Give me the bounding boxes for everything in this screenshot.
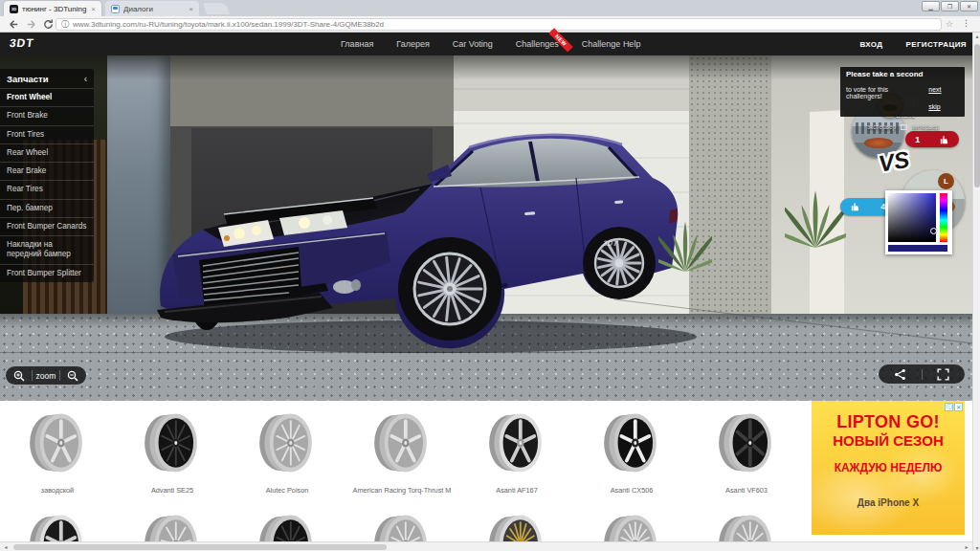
bookmark-star-icon[interactable]: ☆ bbox=[946, 19, 953, 29]
wheel-thumbnail-black-10spoke bbox=[251, 508, 323, 541]
nav-item-item-0[interactable]: Главная bbox=[341, 39, 373, 49]
sidebar-item-rear-brake[interactable]: Rear Brake bbox=[0, 162, 94, 180]
scroll-left-arrow[interactable]: ◂ bbox=[0, 543, 11, 551]
scroll-up-arrow[interactable]: ▴ bbox=[973, 33, 980, 39]
challenge-next-link[interactable]: next bbox=[928, 86, 941, 93]
zoom-out-button[interactable] bbox=[60, 366, 86, 385]
color-layer-badge[interactable]: L bbox=[938, 173, 954, 189]
wheel-option-alutec-poison[interactable]: Alutec Poison bbox=[230, 407, 345, 495]
browser-toolbar: ⓘ www.3dtuning.com/ru-RU/tuning/toyota/m… bbox=[0, 16, 980, 33]
vertical-scrollbar[interactable]: ▴ ▾ bbox=[972, 33, 980, 551]
wheel-thumbnail-silver-10spoke bbox=[251, 407, 323, 483]
browser-tab-bar: 3D тюнинг - 3DTuning × Диалоги × ▁ ❐ ✕ bbox=[0, 0, 980, 16]
window-minimize-button[interactable]: ▁ bbox=[922, 1, 940, 11]
nav-item-car-voting[interactable]: Car Voting bbox=[453, 39, 493, 49]
wheel-option-asanti-af167[interactable]: Asanti AF167 bbox=[459, 407, 574, 495]
zoom-in-icon bbox=[13, 370, 25, 382]
browser-window: 3D тюнинг - 3DTuning × Диалоги × ▁ ❐ ✕ ⓘ bbox=[0, 0, 980, 551]
view-link-item-1[interactable]: интерьер bbox=[912, 123, 939, 130]
forward-icon[interactable] bbox=[25, 18, 37, 31]
scroll-right-arrow[interactable]: ▸ bbox=[961, 543, 972, 551]
wheel-option-asanti-vf603[interactable]: Asanti VF603 bbox=[689, 407, 804, 495]
fullscreen-button[interactable] bbox=[923, 364, 966, 384]
ad-info-icon[interactable]: ⓘ bbox=[945, 403, 953, 411]
back-icon[interactable] bbox=[8, 18, 20, 31]
site-favicon: 3D bbox=[10, 5, 18, 13]
nav-menu: ГлавнаяГалереяCar VotingChallengesNEWCha… bbox=[341, 33, 640, 55]
sidebar-item-front-bumper-splitter[interactable]: Front Bumper Splitter bbox=[0, 264, 94, 282]
picker-cursor[interactable] bbox=[930, 228, 937, 234]
share-button[interactable] bbox=[879, 364, 922, 384]
login-button[interactable]: ВХОД bbox=[859, 40, 882, 49]
site-logo[interactable]: 3DT bbox=[9, 36, 35, 50]
view-frame-icon bbox=[901, 124, 907, 130]
hue-slider[interactable] bbox=[940, 193, 947, 242]
wheel-options-row: заводскойAdvanti SE25Alutec PoisonAmeric… bbox=[0, 407, 804, 495]
browser-tab-dialogs[interactable]: Диалоги × bbox=[105, 1, 199, 16]
ad-banner[interactable]: ⓘ ✕ LIPTON GO! НОВЫЙ СЕЗОН КАЖДУЮ НЕДЕЛЮ… bbox=[812, 401, 965, 535]
wheel-option-item-0[interactable] bbox=[0, 508, 115, 541]
sidebar-item-front-wheel[interactable]: Front Wheel bbox=[0, 88, 94, 106]
wheel-option-item-4[interactable] bbox=[459, 508, 574, 541]
sidebar-item-front-tires[interactable]: Front Tires bbox=[0, 125, 94, 143]
wheel-thumbnail-machined-5spoke bbox=[21, 508, 94, 541]
saturation-square[interactable] bbox=[888, 193, 936, 242]
ad-close-icon[interactable]: ✕ bbox=[954, 403, 963, 411]
browser-menu-icon[interactable]: ⋮ bbox=[962, 18, 970, 28]
car-watermark: 3DT bbox=[602, 239, 617, 248]
address-bar[interactable]: ⓘ www.3dtuning.com/ru-RU/tuning/toyota/m… bbox=[56, 18, 942, 31]
new-tab-button[interactable] bbox=[203, 3, 230, 14]
ad-headline: LIPTON GO! bbox=[812, 412, 965, 432]
challenge-skip-link[interactable]: skip bbox=[928, 103, 940, 110]
wheel-option-advanti-se25[interactable]: Advanti SE25 bbox=[115, 407, 230, 495]
window-restore-button[interactable]: ❐ bbox=[941, 1, 959, 11]
sidebar-item-rear-tires[interactable]: Rear Tires bbox=[0, 180, 94, 198]
wheel-option-item-1[interactable] bbox=[115, 508, 230, 541]
agave-plant bbox=[785, 180, 846, 256]
wheel-option-item-0[interactable]: заводской bbox=[0, 407, 115, 495]
wheel-options-row bbox=[0, 508, 804, 541]
tab-close-icon[interactable]: × bbox=[189, 5, 193, 13]
window-close-button[interactable]: ✕ bbox=[960, 1, 978, 11]
browser-tab-3dtuning[interactable]: 3D тюнинг - 3DTuning × bbox=[4, 1, 101, 16]
sidebar-item-item-8[interactable]: Накладки на передний бампер bbox=[0, 235, 94, 264]
collapse-icon[interactable]: ‹ bbox=[84, 74, 87, 84]
car-viewer[interactable]: 3DT Запчасти ‹ Front WheelFront BrakeFro… bbox=[0, 55, 980, 401]
refresh-icon[interactable] bbox=[42, 18, 55, 31]
nav-item-challenges[interactable]: ChallengesNEW bbox=[516, 39, 559, 49]
view-link-item-0[interactable]: экстерьер bbox=[867, 123, 896, 130]
sidebar-item-front-brake[interactable]: Front Brake bbox=[0, 106, 94, 124]
wheel-thumbnail-silver-10spoke bbox=[366, 508, 438, 541]
nav-item-challenge-help[interactable]: Challenge Help bbox=[582, 39, 641, 49]
tab-close-icon[interactable]: × bbox=[91, 5, 96, 13]
challenger1-vote-count: 1 bbox=[915, 135, 920, 144]
register-button[interactable]: РЕГИСТРАЦИЯ bbox=[905, 40, 967, 49]
ad-prize-text: Два iPhone X bbox=[812, 497, 965, 508]
fullscreen-icon bbox=[937, 368, 949, 381]
zoom-out-icon bbox=[67, 370, 78, 382]
wheel-thumbnail-silver-5spoke bbox=[366, 407, 438, 483]
page-info-icon[interactable]: ⓘ bbox=[61, 19, 69, 30]
wheel-option-item-6[interactable] bbox=[689, 508, 804, 541]
scroll-down-arrow[interactable]: ▾ bbox=[973, 544, 980, 551]
sidebar-item-item-6[interactable]: Пер. бампер bbox=[0, 199, 94, 217]
challenger1-vote-button[interactable]: 1 bbox=[905, 131, 959, 147]
wheel-option-asanti-cx506[interactable]: Asanti CX506 bbox=[574, 407, 689, 495]
zoom-label: zoom bbox=[33, 366, 58, 385]
wheel-option-item-2[interactable] bbox=[230, 508, 345, 541]
horizontal-scrollbar[interactable]: ◂ ▸ bbox=[0, 541, 972, 551]
wheel-option-american-racing-torq-thrust-m[interactable]: American Racing Torq-Thrust M bbox=[345, 407, 459, 495]
agave-plant bbox=[658, 216, 712, 276]
wheel-label: Asanti CX506 bbox=[611, 486, 654, 495]
wheel-label: Asanti AF167 bbox=[496, 486, 537, 495]
wheel-option-item-5[interactable] bbox=[574, 508, 689, 541]
vertical-scroll-thumb[interactable] bbox=[974, 44, 980, 187]
sidebar-item-rear-wheel[interactable]: Rear Wheel bbox=[0, 143, 94, 162]
scene-canopy-shadow bbox=[0, 55, 972, 80]
auth-links: ВХОД РЕГИСТРАЦИЯ bbox=[859, 33, 967, 55]
sidebar-item-front-bumper-canards[interactable]: Front Bumper Canards bbox=[0, 217, 94, 235]
nav-item-item-1[interactable]: Галерея bbox=[396, 39, 430, 49]
horizontal-scroll-thumb[interactable] bbox=[13, 544, 387, 550]
wheel-option-item-3[interactable] bbox=[345, 508, 459, 541]
zoom-in-button[interactable] bbox=[6, 366, 32, 385]
